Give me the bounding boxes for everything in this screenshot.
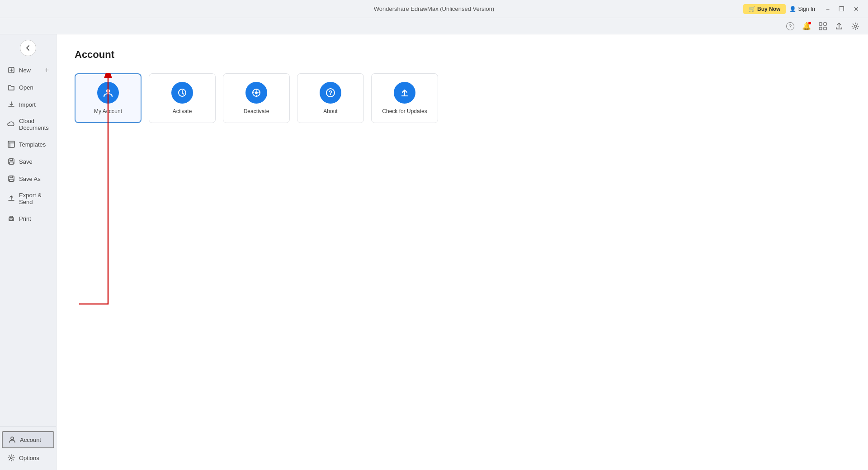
sidebar-item-label: Account: [20, 437, 41, 443]
svg-rect-8: [10, 159, 13, 161]
save-icon: [7, 157, 15, 166]
sidebar-item-label: Save: [19, 158, 33, 165]
restore-button[interactable]: ❐: [835, 5, 848, 14]
card-my-account[interactable]: My Account: [75, 73, 142, 123]
account-icon: [8, 436, 16, 444]
sidebar-item-options[interactable]: Options: [0, 449, 56, 466]
svg-point-4: [854, 25, 857, 27]
card-label: My Account: [94, 108, 122, 114]
check-updates-icon: [394, 82, 415, 104]
grid-icon[interactable]: [817, 21, 828, 32]
svg-text:?: ?: [329, 89, 333, 96]
page-title: Account: [75, 49, 850, 61]
new-icon: [7, 66, 15, 74]
svg-rect-12: [9, 179, 13, 181]
main-layout: New + Open: [0, 34, 868, 470]
svg-rect-6: [8, 141, 14, 147]
sidebar-item-import[interactable]: Import: [0, 96, 56, 113]
buy-now-button[interactable]: 🛒 Buy Now: [743, 4, 786, 14]
sidebar-item-print[interactable]: Print: [0, 210, 56, 227]
sidebar-item-export[interactable]: Export & Send: [0, 187, 56, 210]
svg-rect-14: [10, 219, 13, 220]
content-area: Account My Account: [57, 34, 868, 470]
settings-gear-icon[interactable]: [850, 21, 861, 32]
help-icon[interactable]: ?: [785, 21, 796, 32]
sidebar-item-label: Options: [19, 455, 39, 461]
my-account-icon: [97, 82, 119, 104]
export-icon: [7, 195, 15, 203]
sidebar-bottom: Account Options: [0, 426, 56, 470]
sidebar-item-cloud[interactable]: Cloud Documents: [0, 113, 56, 136]
sidebar-item-label: Save As: [19, 176, 41, 182]
sidebar-item-label: Export & Send: [19, 192, 49, 205]
title-bar: Wondershare EdrawMax (Unlicensed Version…: [0, 0, 868, 18]
svg-point-16: [10, 457, 12, 459]
card-label: Deactivate: [244, 108, 269, 114]
card-label: Check for Updates: [382, 108, 427, 114]
templates-icon: [7, 140, 15, 148]
sidebar-item-save[interactable]: Save: [0, 153, 56, 170]
svg-rect-1: [824, 23, 826, 25]
sidebar-item-label: Import: [19, 101, 36, 108]
sidebar-item-templates[interactable]: Templates: [0, 136, 56, 153]
svg-rect-11: [10, 176, 13, 178]
sidebar-item-account[interactable]: Account: [2, 431, 54, 448]
sign-in-button[interactable]: 👤 Sign In: [789, 6, 815, 12]
print-icon: [7, 214, 15, 223]
back-button[interactable]: [20, 40, 36, 56]
sidebar-item-label: Templates: [19, 141, 46, 148]
svg-rect-3: [824, 27, 826, 30]
sidebar-item-label: Cloud Documents: [19, 118, 49, 131]
sidebar-item-open[interactable]: Open: [0, 79, 56, 96]
import-icon: [7, 100, 15, 109]
cards-row: My Account Activate: [75, 73, 438, 123]
cloud-icon: [7, 120, 15, 128]
svg-rect-2: [819, 27, 822, 30]
saveas-icon: [7, 175, 15, 183]
window-controls: − ❐ ✕: [822, 5, 863, 14]
app-title: Wondershare EdrawMax (Unlicensed Version…: [374, 5, 494, 12]
notification-icon[interactable]: 🔔: [801, 21, 812, 32]
activate-icon: [171, 82, 193, 104]
new-plus-icon: +: [45, 66, 49, 74]
about-icon: ?: [320, 82, 341, 104]
svg-point-17: [106, 89, 110, 93]
card-about[interactable]: ? About: [297, 73, 364, 123]
options-icon: [7, 454, 15, 462]
sidebar-item-label: Open: [19, 84, 33, 91]
top-icon-bar: ? 🔔: [0, 18, 868, 34]
sidebar-item-saveas[interactable]: Save As: [0, 170, 56, 187]
card-label: About: [323, 108, 337, 114]
card-deactivate[interactable]: Deactivate: [223, 73, 290, 123]
close-button[interactable]: ✕: [850, 5, 863, 14]
deactivate-icon: [245, 82, 267, 104]
minimize-button[interactable]: −: [822, 5, 833, 14]
new-label: New: [19, 67, 31, 74]
svg-rect-0: [819, 23, 822, 25]
sidebar-nav: New + Open: [0, 58, 56, 426]
user-icon: 👤: [789, 6, 796, 12]
open-icon: [7, 83, 15, 91]
svg-rect-9: [9, 162, 13, 164]
sidebar-item-new[interactable]: New +: [0, 62, 56, 79]
share-icon[interactable]: [834, 21, 844, 32]
sidebar-item-label: Print: [19, 215, 31, 222]
cart-icon: 🛒: [749, 6, 755, 12]
card-activate[interactable]: Activate: [149, 73, 216, 123]
card-check-updates[interactable]: Check for Updates: [371, 73, 438, 123]
svg-point-15: [11, 437, 14, 440]
card-label: Activate: [173, 108, 192, 114]
sidebar: New + Open: [0, 34, 57, 470]
notification-badge: [808, 22, 811, 24]
